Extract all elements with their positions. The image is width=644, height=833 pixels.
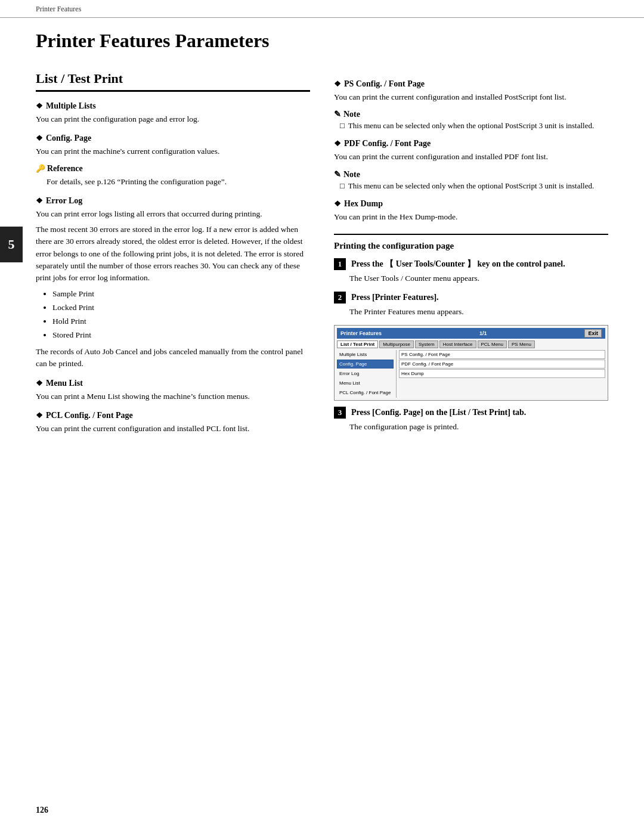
heading-pcl-config: PCL Config. / Font Page xyxy=(36,411,310,420)
pf-item-multiple[interactable]: Multiple Lists xyxy=(337,350,394,359)
pf-title: Printer Features xyxy=(340,330,382,336)
text-hex-dump: You can print in the Hex Dump-mode. xyxy=(334,211,608,223)
page-title: Printer Features Parameters xyxy=(36,30,608,53)
pf-tab-host[interactable]: Host Interface xyxy=(439,340,476,348)
heading-ps-config: PS Config. / Font Page xyxy=(334,79,608,89)
step-number-1: 1 xyxy=(334,258,346,270)
pf-item-menu[interactable]: Menu List xyxy=(337,379,394,388)
section-divider xyxy=(334,234,608,235)
pf-titlebar: Printer Features 1/1 Exit xyxy=(337,328,605,339)
heading-multiple-lists: Multiple Lists xyxy=(36,101,310,111)
right-column: PS Config. / Font Page You can print the… xyxy=(334,71,608,441)
pf-right-pdf[interactable]: PDF Config. / Font Page xyxy=(399,360,605,368)
text-pdf-config: You can print the current configuration … xyxy=(334,151,608,163)
text-pcl-config: You can print the current configuration … xyxy=(36,423,310,435)
pf-tab-pcl[interactable]: PCL Menu xyxy=(478,340,507,348)
section-heading-left: List / Test Print xyxy=(36,71,310,92)
heading-hex-dump: Hex Dump xyxy=(334,199,608,209)
text-error-log-2: The most recent 30 errors are stored in … xyxy=(36,224,310,284)
reference-heading: 🔑 Reference xyxy=(36,164,310,174)
note-item-pdf: This menu can be selected only when the … xyxy=(340,181,608,191)
list-item: Sample Print xyxy=(52,287,310,301)
pf-body: Multiple Lists Config. Page Error Log Me… xyxy=(337,350,605,398)
key-icon: 🔑 xyxy=(36,164,45,174)
breadcrumb-text: Printer Features xyxy=(36,5,81,13)
text-error-log-1: You can print error logs listing all err… xyxy=(36,208,310,220)
note-ps-config: Note This menu can be selected only when… xyxy=(334,109,608,131)
main-content: Printer Features Parameters List / Test … xyxy=(0,18,644,465)
step-2-body: The Printer Features menu appears. xyxy=(349,306,608,318)
left-column: List / Test Print Multiple Lists You can… xyxy=(36,71,310,441)
pf-item-error[interactable]: Error Log xyxy=(337,369,394,378)
text-error-log-3: The records of Auto Job Cancel and jobs … xyxy=(36,346,310,370)
text-config-page: You can print the machine's current conf… xyxy=(36,145,310,157)
pf-right-hex[interactable]: Hex Dump xyxy=(399,369,605,378)
chapter-tab: 5 xyxy=(0,227,23,262)
list-item: Stored Print xyxy=(52,329,310,342)
pf-left-list: Multiple Lists Config. Page Error Log Me… xyxy=(337,350,397,398)
two-column-layout: List / Test Print Multiple Lists You can… xyxy=(36,71,608,441)
error-log-bullets: Sample Print Locked Print Hold Print Sto… xyxy=(52,287,310,342)
pf-item-pcl[interactable]: PCL Config. / Font Page xyxy=(337,388,394,397)
chapter-number: 5 xyxy=(8,237,15,252)
page-container: Printer Features 5 Printer Features Para… xyxy=(0,0,644,833)
pf-tab-system[interactable]: System xyxy=(415,340,438,348)
note-heading-ps: Note xyxy=(334,109,608,119)
step-1-body: The User Tools / Counter menu appears. xyxy=(349,272,608,284)
pf-tab-ps[interactable]: PS Menu xyxy=(508,340,535,348)
text-multiple-lists: You can print the configuration page and… xyxy=(36,113,310,125)
pf-page-indicator: 1/1 xyxy=(479,330,487,336)
step-2-heading: 2 Press [Printer Features]. xyxy=(334,292,608,304)
pf-right-list: PS Config. / Font Page PDF Config. / Fon… xyxy=(399,350,605,398)
printing-section-heading: Printing the configuration page xyxy=(334,241,608,251)
pf-tab-list[interactable]: List / Test Print xyxy=(337,340,378,348)
printer-screenshot: Printer Features 1/1 Exit List / Test Pr… xyxy=(334,325,608,401)
text-ps-config: You can print the current configuration … xyxy=(334,91,608,103)
step-number-3: 3 xyxy=(334,407,346,419)
pf-item-config[interactable]: Config. Page xyxy=(337,360,394,368)
note-pdf-config: Note This menu can be selected only when… xyxy=(334,169,608,191)
reference-text: For details, see p.126 “Printing the con… xyxy=(47,176,310,188)
pf-tabs: List / Test Print Multipurpose System Ho… xyxy=(337,340,605,348)
step-3: 3 Press [Config. Page] on the [List / Te… xyxy=(334,407,608,433)
list-item: Hold Print xyxy=(52,315,310,329)
pf-right-ps[interactable]: PS Config. / Font Page xyxy=(399,350,605,359)
note-item-ps: This menu can be selected only when the … xyxy=(340,121,608,131)
step-3-heading: 3 Press [Config. Page] on the [List / Te… xyxy=(334,407,608,419)
heading-pdf-config: PDF Config. / Font Page xyxy=(334,139,608,148)
step-1: 1 Press the 【 User Tools/Counter 】 key o… xyxy=(334,258,608,284)
heading-menu-list: Menu List xyxy=(36,379,310,388)
page-number: 126 xyxy=(36,806,48,815)
breadcrumb: Printer Features xyxy=(0,0,644,18)
heading-config-page: Config. Page xyxy=(36,134,310,143)
step-number-2: 2 xyxy=(334,292,346,304)
pf-exit-btn[interactable]: Exit xyxy=(584,329,602,337)
step-2: 2 Press [Printer Features]. The Printer … xyxy=(334,292,608,318)
list-item: Locked Print xyxy=(52,301,310,315)
step-3-body: The configuration page is printed. xyxy=(349,421,608,433)
heading-error-log: Error Log xyxy=(36,196,310,206)
note-heading-pdf: Note xyxy=(334,169,608,179)
text-menu-list: You can print a Menu List showing the ma… xyxy=(36,391,310,402)
pf-tab-multipurpose[interactable]: Multipurpose xyxy=(379,340,414,348)
step-1-heading: 1 Press the 【 User Tools/Counter 】 key o… xyxy=(334,258,608,270)
